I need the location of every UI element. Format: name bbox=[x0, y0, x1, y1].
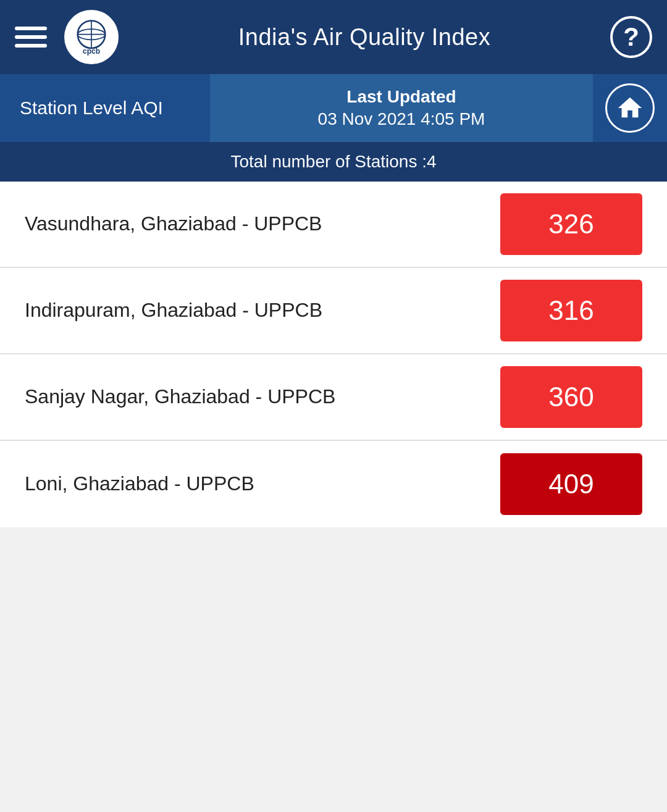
help-button[interactable]: ? bbox=[610, 16, 652, 58]
cpcb-logo: cpcb bbox=[64, 10, 119, 64]
total-stations-text: Total number of Stations :4 bbox=[230, 152, 436, 171]
app-header: cpcb India's Air Quality Index ? bbox=[0, 0, 667, 74]
station-row[interactable]: Vasundhara, Ghaziabad - UPPCB326 bbox=[0, 182, 667, 268]
aqi-badge: 326 bbox=[500, 193, 642, 255]
aqi-badge: 316 bbox=[500, 280, 642, 341]
station-level-label: Station Level AQI bbox=[0, 98, 210, 119]
station-name: Vasundhara, Ghaziabad - UPPCB bbox=[25, 211, 500, 237]
station-list: Vasundhara, Ghaziabad - UPPCB326Indirapu… bbox=[0, 182, 667, 527]
empty-space bbox=[0, 527, 667, 750]
station-row[interactable]: Indirapuram, Ghaziabad - UPPCB316 bbox=[0, 268, 667, 354]
station-row[interactable]: Loni, Ghaziabad - UPPCB409 bbox=[0, 441, 667, 527]
home-button[interactable] bbox=[605, 83, 655, 133]
sub-header: Station Level AQI Last Updated 03 Nov 20… bbox=[0, 74, 667, 142]
menu-button[interactable] bbox=[15, 27, 47, 48]
last-updated-title: Last Updated bbox=[346, 87, 456, 107]
station-name: Loni, Ghaziabad - UPPCB bbox=[25, 471, 500, 497]
aqi-badge: 360 bbox=[500, 366, 642, 428]
last-updated-time: 03 Nov 2021 4:05 PM bbox=[318, 109, 485, 129]
app-title: India's Air Quality Index bbox=[133, 24, 595, 51]
total-stations-bar: Total number of Stations :4 bbox=[0, 142, 667, 182]
aqi-badge: 409 bbox=[500, 453, 642, 515]
svg-text:cpcb: cpcb bbox=[83, 47, 100, 56]
station-name: Indirapuram, Ghaziabad - UPPCB bbox=[25, 297, 500, 324]
station-row[interactable]: Sanjay Nagar, Ghaziabad - UPPCB360 bbox=[0, 354, 667, 441]
station-name: Sanjay Nagar, Ghaziabad - UPPCB bbox=[25, 383, 500, 410]
last-updated-section: Last Updated 03 Nov 2021 4:05 PM bbox=[210, 74, 593, 142]
